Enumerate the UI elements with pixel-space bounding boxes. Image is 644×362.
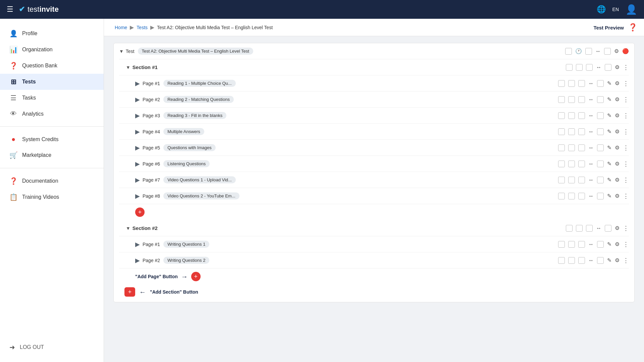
section1-chevron[interactable]: ▼ [126, 65, 130, 70]
s1p1-dots-icon[interactable]: ⋮ [623, 80, 629, 87]
s2p1-cb4[interactable] [597, 241, 604, 248]
s1p1-cb3[interactable] [578, 80, 585, 87]
s1p3-cb4[interactable] [597, 112, 604, 119]
s1p1-gear-icon[interactable]: ⚙ [615, 80, 620, 86]
s1p4-arrows[interactable]: ↔ [588, 129, 594, 135]
s1p7-cb1[interactable] [558, 177, 565, 183]
add-page-s1-button[interactable]: + [135, 207, 145, 217]
s1p4-edit-icon[interactable]: ✎ [607, 128, 611, 135]
s1p2-gear-icon[interactable]: ⚙ [615, 96, 620, 103]
s1p1-arrows[interactable]: ↔ [588, 80, 594, 86]
s1p6-cb3[interactable] [578, 161, 585, 167]
s1p2-cb2[interactable] [568, 96, 575, 103]
s1p6-gear-icon[interactable]: ⚙ [615, 161, 620, 167]
s2p2-dots-icon[interactable]: ⋮ [623, 257, 629, 264]
s1p1-cb4[interactable] [597, 80, 604, 87]
s1p4-dots-icon[interactable]: ⋮ [623, 128, 629, 135]
test-gear-icon[interactable]: ⚙ [614, 48, 619, 54]
s1p3-cb1[interactable] [558, 112, 565, 119]
s2p2-arrows[interactable]: ↔ [588, 257, 594, 263]
menu-icon[interactable]: ☰ [7, 5, 13, 14]
breadcrumb-home[interactable]: Home [115, 25, 127, 30]
test-clock-icon[interactable]: 🕐 [575, 48, 582, 54]
s1-cb3[interactable] [586, 64, 593, 71]
s2-cb4[interactable] [605, 225, 611, 232]
s2p2-cb3[interactable] [578, 257, 585, 264]
s2-gear-icon[interactable]: ⚙ [615, 225, 620, 231]
s1p8-cb1[interactable] [558, 193, 565, 199]
s1-cb2[interactable] [576, 64, 583, 71]
s1p4-cb2[interactable] [568, 128, 575, 135]
s1p5-cb3[interactable] [578, 144, 585, 151]
globe-icon[interactable]: 🌐 [597, 5, 606, 14]
s1-cb4[interactable] [605, 64, 611, 71]
s2p1-gear-icon[interactable]: ⚙ [615, 241, 620, 247]
sidebar-item-training-videos[interactable]: 📋 Training Videos [0, 189, 104, 205]
s1p6-cb4[interactable] [597, 161, 604, 167]
s2p2-edit-icon[interactable]: ✎ [607, 257, 611, 263]
s1p7-dots-icon[interactable]: ⋮ [623, 176, 629, 184]
test-record-icon[interactable]: 🔴 [622, 48, 629, 54]
test-chevron[interactable]: ▼ [119, 49, 124, 54]
sidebar-item-tasks[interactable]: ☰ Tasks [0, 90, 104, 106]
s1p6-cb2[interactable] [568, 161, 575, 167]
s1p8-cb4[interactable] [597, 193, 604, 199]
s1p2-cb4[interactable] [597, 96, 604, 103]
s1p5-cb1[interactable] [558, 144, 565, 151]
sidebar-item-analytics[interactable]: 👁 Analytics [0, 106, 104, 122]
s1p8-dots-icon[interactable]: ⋮ [623, 192, 629, 200]
s1p6-edit-icon[interactable]: ✎ [607, 161, 611, 167]
s1p5-edit-icon[interactable]: ✎ [607, 144, 611, 151]
s2p2-gear-icon[interactable]: ⚙ [615, 257, 620, 263]
s2-cb2[interactable] [576, 225, 583, 232]
sidebar-item-documentation[interactable]: ❓ Documentation [0, 173, 104, 189]
s1p3-cb3[interactable] [578, 112, 585, 119]
s1p7-cb2[interactable] [568, 177, 575, 183]
s2-cb1[interactable] [566, 225, 573, 232]
test-checkbox-2[interactable] [585, 48, 592, 55]
help-icon[interactable]: ❓ [628, 23, 637, 32]
s1p7-cb4[interactable] [597, 177, 604, 183]
section2-chevron[interactable]: ▼ [126, 226, 130, 231]
sidebar-item-marketplace[interactable]: 🛒 Marketplace [0, 147, 104, 163]
s1p6-cb1[interactable] [558, 161, 565, 167]
s1p7-gear-icon[interactable]: ⚙ [615, 177, 620, 183]
s1-gear-icon[interactable]: ⚙ [615, 64, 620, 70]
s1p8-gear-icon[interactable]: ⚙ [615, 193, 620, 199]
s1p3-arrows[interactable]: ↔ [588, 113, 594, 119]
sidebar-item-organization[interactable]: 📊 Organization [0, 42, 104, 58]
s1p8-cb3[interactable] [578, 193, 585, 199]
s2p2-cb2[interactable] [568, 257, 575, 264]
sidebar-item-question-bank[interactable]: ❓ Question Bank [0, 58, 104, 74]
s1p8-edit-icon[interactable]: ✎ [607, 193, 611, 199]
s1p3-cb2[interactable] [568, 112, 575, 119]
s1p1-edit-icon[interactable]: ✎ [607, 80, 611, 86]
sidebar-item-tests[interactable]: ⊞ Tests [0, 74, 104, 90]
s1-arrows-icon[interactable]: ↔ [596, 64, 601, 70]
s2p1-arrows[interactable]: ↔ [588, 241, 594, 247]
s2p2-cb4[interactable] [597, 257, 604, 264]
s2p1-cb3[interactable] [578, 241, 585, 248]
s1p7-edit-icon[interactable]: ✎ [607, 177, 611, 183]
s1p8-arrows[interactable]: ↔ [588, 193, 594, 199]
s1-dots-icon[interactable]: ⋮ [623, 64, 629, 71]
s1p8-cb2[interactable] [568, 193, 575, 199]
test-arrows-icon[interactable]: ↔ [595, 48, 601, 54]
s1p2-edit-icon[interactable]: ✎ [607, 96, 611, 103]
s1p3-edit-icon[interactable]: ✎ [607, 112, 611, 119]
s1p4-cb4[interactable] [597, 128, 604, 135]
user-account-icon[interactable]: 👤 [626, 4, 637, 15]
s1p3-gear-icon[interactable]: ⚙ [615, 112, 620, 119]
add-section-button[interactable]: + [124, 287, 135, 297]
s1p4-cb1[interactable] [558, 128, 565, 135]
s1p6-arrows[interactable]: ↔ [588, 161, 594, 167]
s1p5-dots-icon[interactable]: ⋮ [623, 144, 629, 152]
s1p5-arrows[interactable]: ↔ [588, 145, 594, 151]
test-checkbox-3[interactable] [604, 48, 611, 55]
s1p3-dots-icon[interactable]: ⋮ [623, 112, 629, 119]
s1p1-cb1[interactable] [558, 80, 565, 87]
test-checkbox[interactable] [565, 48, 572, 55]
logout-button[interactable]: ➜ LOG OUT [0, 339, 104, 355]
s2p1-cb2[interactable] [568, 241, 575, 248]
s2p1-cb1[interactable] [558, 241, 565, 248]
